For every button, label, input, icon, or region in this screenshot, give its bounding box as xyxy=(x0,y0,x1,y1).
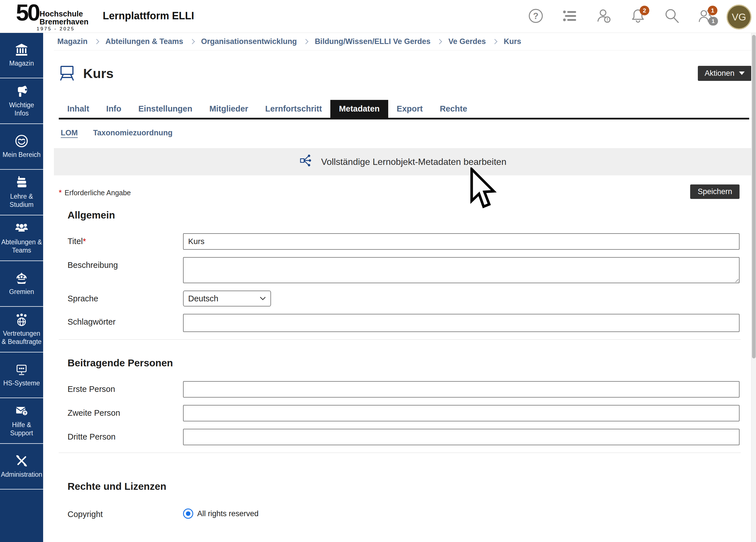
subtab-lom[interactable]: LOM xyxy=(61,129,78,137)
hochschule-bremerhaven-logo[interactable]: 50 Hochschule Bremerhaven 1975 - 2025 xyxy=(16,3,89,32)
page-title: Kurs xyxy=(83,66,114,81)
app-title: Lernplattform ELLI xyxy=(103,0,194,32)
tab-info[interactable]: Info xyxy=(98,100,130,118)
chevron-right-icon xyxy=(437,39,442,44)
sidebar-item-abteilungen-teams[interactable]: Abteilungen & Teams xyxy=(0,215,43,261)
svg-text:!: ! xyxy=(606,17,608,22)
sidebar-item-label: Hilfe & Support xyxy=(1,421,42,437)
sidebar-item-label: Administration xyxy=(1,470,42,478)
help-icon[interactable]: ? xyxy=(528,8,544,24)
save-button[interactable]: Speichern xyxy=(690,184,740,199)
beschreibung-textarea[interactable] xyxy=(183,257,740,283)
tab-mitglieder[interactable]: Mitglieder xyxy=(201,100,257,118)
sidebar-item-label: Lehre & Studium xyxy=(1,192,42,208)
logo-years: 1975 - 2025 xyxy=(37,26,89,32)
breadcrumb-organisationsentwicklung[interactable]: Organisationsentwicklung xyxy=(201,37,297,46)
schlagwoerter-label: Schlagwörter xyxy=(68,314,183,332)
sidebar-item-gremien[interactable]: Gremien xyxy=(0,261,43,307)
metadata-share-icon xyxy=(300,154,313,170)
contacts-badge-new: 1 xyxy=(708,6,717,15)
sidebar-item-lehre-studium[interactable]: Lehre & Studium xyxy=(0,170,43,215)
breadcrumb-kurs[interactable]: Kurs xyxy=(504,37,521,46)
notifications-bell-icon[interactable]: 2 xyxy=(630,8,646,24)
user-avatar[interactable]: VG xyxy=(726,5,751,30)
copyright-radio-selected[interactable] xyxy=(183,509,193,519)
bank-icon xyxy=(15,43,28,56)
banner-label: Vollständige Lernobjekt-Metadaten bearbe… xyxy=(321,157,507,167)
sidebar-item-label: Abteilungen & Teams xyxy=(1,238,42,254)
course-easel-icon xyxy=(59,64,75,82)
contacts-icon[interactable]: 1 1 xyxy=(698,8,714,24)
titel-input[interactable] xyxy=(183,233,740,250)
logo-name-line2: Bremerhaven xyxy=(39,18,89,26)
chevron-down-icon xyxy=(260,297,266,301)
chevron-right-icon xyxy=(94,39,99,44)
main-sidebar: Magazin Wichtige Infos Mein Bereich xyxy=(0,33,43,542)
required-hint: *Erforderliche Angabe xyxy=(59,186,131,197)
contacts-badge-total: 1 xyxy=(708,17,718,26)
sprache-selected-value: Deutsch xyxy=(188,294,218,303)
committee-icon xyxy=(15,271,28,285)
sidebar-item-label: Vertretungen & Beauftragte xyxy=(1,329,42,345)
sidebar-item-hs-systeme[interactable]: HS-Systeme xyxy=(0,352,43,398)
globe-people-icon xyxy=(15,313,28,327)
mail-question-icon: ? xyxy=(15,404,28,418)
sidebar-item-administration[interactable]: Administration xyxy=(0,444,43,490)
schlagwoerter-input[interactable] xyxy=(183,314,740,332)
sidebar-item-label: Wichtige Infos xyxy=(1,101,42,117)
monitor-icon xyxy=(15,363,28,376)
section-divider xyxy=(59,453,741,453)
main-menu-list-icon[interactable] xyxy=(562,8,578,24)
top-bar: 50 Hochschule Bremerhaven 1975 - 2025 Le… xyxy=(0,0,756,33)
notifications-badge: 2 xyxy=(640,6,649,15)
sidebar-item-label: HS-Systeme xyxy=(3,379,40,387)
section-heading-rechte: Rechte und Lizenzen xyxy=(68,481,752,492)
tab-lernfortschritt[interactable]: Lernfortschritt xyxy=(257,100,331,118)
tab-bar: Inhalt Info Einstellungen Mitglieder Ler… xyxy=(59,100,749,119)
smiley-icon xyxy=(15,134,28,148)
sidebar-item-label: Mein Bereich xyxy=(3,151,41,159)
breadcrumb-abteilungen-teams[interactable]: Abteilungen & Teams xyxy=(106,37,183,46)
tab-inhalt[interactable]: Inhalt xyxy=(59,100,98,118)
tab-metadaten[interactable]: Metadaten xyxy=(330,100,388,118)
actions-button[interactable]: Aktionen xyxy=(698,66,751,81)
tab-einstellungen[interactable]: Einstellungen xyxy=(130,100,201,118)
vertical-scrollbar-track[interactable] xyxy=(751,33,756,542)
breadcrumb-ve-gerdes[interactable]: Ve Gerdes xyxy=(448,37,486,46)
sidebar-item-hilfe-support[interactable]: ? Hilfe & Support xyxy=(0,398,43,444)
tools-icon xyxy=(15,454,28,468)
svg-text:?: ? xyxy=(533,11,539,21)
sidebar-item-wichtige-infos[interactable]: Wichtige Infos xyxy=(0,78,43,124)
sidebar-item-mein-bereich[interactable]: Mein Bereich xyxy=(0,124,43,170)
erste-person-input[interactable] xyxy=(183,381,740,398)
svg-text:?: ? xyxy=(24,411,26,415)
sprache-select[interactable]: Deutsch xyxy=(183,291,271,306)
who-is-online-icon[interactable]: ! xyxy=(596,8,612,24)
content-area: Magazin Abteilungen & Teams Organisation… xyxy=(54,33,752,526)
edit-full-metadata-banner[interactable]: Vollständige Lernobjekt-Metadaten bearbe… xyxy=(54,148,752,175)
breadcrumb-magazin[interactable]: Magazin xyxy=(57,37,88,46)
tab-rechte[interactable]: Rechte xyxy=(431,100,476,118)
vertical-scrollbar-thumb[interactable] xyxy=(752,35,756,358)
sidebar-item-vertretungen[interactable]: Vertretungen & Beauftragte xyxy=(0,307,43,352)
dritte-person-input[interactable] xyxy=(183,429,740,445)
dritte-person-label: Dritte Person xyxy=(68,429,183,445)
section-heading-beitragende: Beitragende Personen xyxy=(68,357,752,369)
zweite-person-input[interactable] xyxy=(183,405,740,421)
subtab-bar: LOM Taxonomiezuordnung xyxy=(61,129,752,137)
logo-50: 50 xyxy=(16,3,39,22)
search-icon[interactable] xyxy=(664,8,680,24)
books-icon xyxy=(15,176,28,190)
caret-down-icon xyxy=(739,72,745,75)
tab-export[interactable]: Export xyxy=(388,100,431,118)
breadcrumb-bildung-wissen[interactable]: Bildung/Wissen/ELLI Ve Gerdes xyxy=(315,37,431,46)
breadcrumb: Magazin Abteilungen & Teams Organisation… xyxy=(54,33,752,51)
section-divider xyxy=(59,339,741,340)
subtab-taxonomiezuordnung[interactable]: Taxonomiezuordnung xyxy=(93,129,173,137)
sidebar-item-magazin[interactable]: Magazin xyxy=(0,33,43,78)
logo-name-line1: Hochschule xyxy=(39,10,83,18)
sidebar-item-label: Magazin xyxy=(9,59,34,67)
chevron-right-icon xyxy=(303,39,308,44)
zweite-person-label: Zweite Person xyxy=(68,405,183,421)
copyright-radio-label: All rights reserved xyxy=(197,509,259,518)
